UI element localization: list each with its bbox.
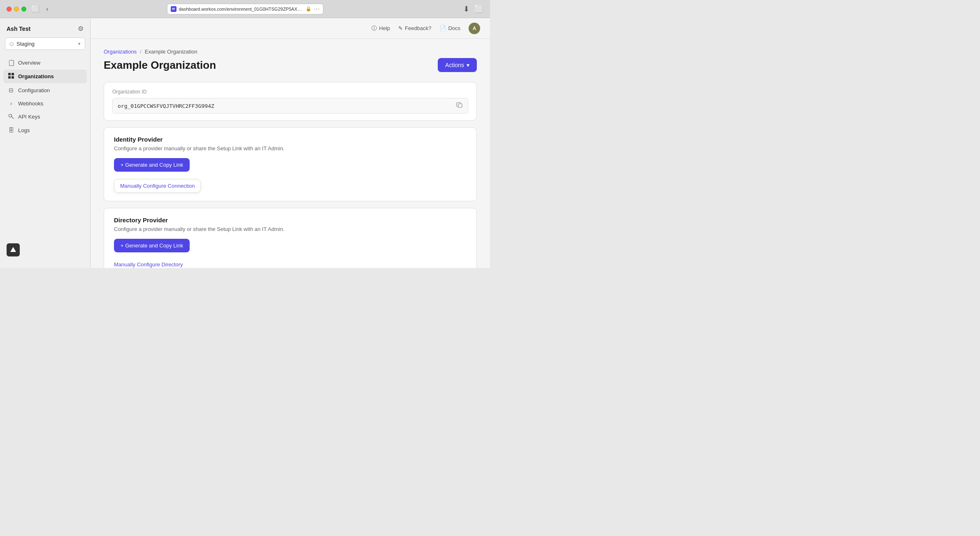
sidebar-item-organizations[interactable]: Organizations xyxy=(3,70,87,83)
identity-provider-btn-group: + Generate and Copy Link Manually Config… xyxy=(114,158,467,193)
help-label: Help xyxy=(379,25,390,31)
directory-provider-btn-group: + Generate and Copy Link Manually Config… xyxy=(114,239,467,268)
more-icon[interactable]: ⋯ xyxy=(314,6,320,12)
page-title: Example Organization xyxy=(104,59,216,72)
lock-icon: 🔒 xyxy=(306,6,311,12)
sidebar-item-logs[interactable]: 🗄 Logs xyxy=(3,124,87,136)
configuration-icon: ⊟ xyxy=(7,87,15,93)
directory-generate-copy-link-button[interactable]: + Generate and Copy Link xyxy=(114,239,190,252)
identity-provider-title: Identity Provider xyxy=(114,136,467,143)
traffic-lights xyxy=(7,7,26,12)
directory-generate-copy-link-label: + Generate and Copy Link xyxy=(121,242,183,249)
sidebar-header: Ash Test ⚙ xyxy=(0,25,90,37)
download-icon[interactable]: ⬇ xyxy=(463,5,469,14)
chevron-down-icon: ▾ xyxy=(78,41,81,47)
feedback-icon: ✎ xyxy=(398,25,403,31)
page-title-row: Example Organization Actions ▾ xyxy=(104,58,477,72)
titlebar: ⬜ ‹ W dashboard.workos.com/environment_0… xyxy=(0,0,490,18)
url-favicon: W xyxy=(171,6,176,12)
svg-rect-0 xyxy=(8,73,11,75)
sidebar-item-api-keys[interactable]: API Keys xyxy=(3,110,87,123)
sidebar: Ash Test ⚙ ◇ Staging ▾ 📋 Overview xyxy=(0,18,91,268)
chevron-down-icon: ▾ xyxy=(467,62,469,68)
generate-copy-link-label: + Generate and Copy Link xyxy=(121,162,183,168)
api-keys-icon xyxy=(7,113,15,120)
main-content: ⓘ Help ✎ Feedback? 📄 Docs A Organization… xyxy=(91,18,490,268)
sidebar-item-configuration[interactable]: ⊟ Configuration xyxy=(3,84,87,96)
svg-rect-3 xyxy=(12,76,14,79)
svg-line-5 xyxy=(12,117,14,119)
sidebar-item-label-webhooks: Webhooks xyxy=(18,100,43,107)
logs-icon: 🗄 xyxy=(7,127,15,133)
org-id-label: Organization ID xyxy=(112,89,468,95)
sidebar-item-label-organizations: Organizations xyxy=(18,73,54,79)
workos-logo[interactable] xyxy=(7,243,20,256)
page-content: Organizations / Example Organization Exa… xyxy=(91,39,490,268)
directory-provider-title: Directory Provider xyxy=(114,217,467,224)
feedback-link[interactable]: ✎ Feedback? xyxy=(398,25,431,31)
sidebar-item-overview[interactable]: 📋 Overview xyxy=(3,56,87,69)
sidebar-bottom xyxy=(0,238,90,261)
webhooks-icon: › xyxy=(7,100,15,107)
sidebar-nav: 📋 Overview Organizations ⊟ Configuration xyxy=(0,56,90,136)
env-label: Staging xyxy=(16,41,35,47)
feedback-label: Feedback? xyxy=(405,25,431,31)
sidebar-item-label-logs: Logs xyxy=(18,127,30,133)
org-id-value: org_01GPCCWSFVQJTVHRC2FF3G994Z xyxy=(118,103,214,109)
sidebar-toggle-button[interactable]: ⬜ xyxy=(30,4,41,14)
fullscreen-button[interactable] xyxy=(21,7,26,12)
breadcrumb-current: Example Organization xyxy=(145,49,197,55)
breadcrumb: Organizations / Example Organization xyxy=(104,49,477,55)
user-avatar[interactable]: A xyxy=(469,23,480,34)
sidebar-item-webhooks[interactable]: › Webhooks xyxy=(3,97,87,110)
env-icon: ◇ xyxy=(9,40,14,47)
manually-configure-directory-label: Manually Configure Directory xyxy=(114,261,183,268)
organizations-icon xyxy=(7,72,15,80)
directory-provider-desc: Configure a provider manually or share t… xyxy=(114,226,467,232)
app-name: Ash Test xyxy=(7,26,30,32)
actions-button[interactable]: Actions ▾ xyxy=(438,58,477,72)
help-icon: ⓘ xyxy=(372,25,377,32)
directory-provider-card: Directory Provider Configure a provider … xyxy=(104,208,477,268)
sidebar-item-label-configuration: Configuration xyxy=(18,87,50,93)
docs-icon: 📄 xyxy=(439,25,446,31)
identity-generate-copy-link-button[interactable]: + Generate and Copy Link xyxy=(114,158,190,172)
breadcrumb-separator: / xyxy=(140,49,142,55)
org-id-row: org_01GPCCWSFVQJTVHRC2FF3G994Z xyxy=(112,98,468,114)
top-bar: ⓘ Help ✎ Feedback? 📄 Docs A xyxy=(91,18,490,39)
manually-configure-connection-button[interactable]: Manually Configure Connection xyxy=(114,179,201,193)
url-bar[interactable]: W dashboard.workos.com/environment_01G0H… xyxy=(167,4,323,14)
docs-link[interactable]: 📄 Docs xyxy=(439,25,460,31)
svg-rect-2 xyxy=(8,76,11,79)
titlebar-right-actions: ⬇ ⬜ xyxy=(463,5,483,14)
overview-icon: 📋 xyxy=(7,59,15,66)
back-button[interactable]: ‹ xyxy=(44,5,50,14)
breadcrumb-parent-link[interactable]: Organizations xyxy=(104,49,137,55)
manually-configure-directory-button[interactable]: Manually Configure Directory xyxy=(114,261,183,268)
sidebar-item-label-api-keys: API Keys xyxy=(18,114,40,120)
svg-rect-6 xyxy=(458,104,462,107)
copy-org-id-button[interactable] xyxy=(456,102,463,110)
actions-label: Actions xyxy=(445,62,464,68)
sidebar-item-label-overview: Overview xyxy=(18,60,40,66)
docs-label: Docs xyxy=(448,25,460,31)
url-text: dashboard.workos.com/environment_01G0HTS… xyxy=(179,7,303,12)
help-link[interactable]: ⓘ Help xyxy=(372,25,390,32)
svg-rect-1 xyxy=(12,73,14,75)
close-button[interactable] xyxy=(7,7,12,12)
gear-icon[interactable]: ⚙ xyxy=(78,25,84,33)
env-selector[interactable]: ◇ Staging ▾ xyxy=(5,37,85,50)
manually-configure-connection-label: Manually Configure Connection xyxy=(120,183,195,189)
tabs-icon[interactable]: ⬜ xyxy=(474,5,483,14)
app-body: Ash Test ⚙ ◇ Staging ▾ 📋 Overview xyxy=(0,18,490,268)
identity-provider-card: Identity Provider Configure a provider m… xyxy=(104,127,477,201)
identity-provider-desc: Configure a provider manually or share t… xyxy=(114,145,467,151)
org-id-card: Organization ID org_01GPCCWSFVQJTVHRC2FF… xyxy=(104,82,477,121)
minimize-button[interactable] xyxy=(14,7,19,12)
svg-point-4 xyxy=(9,114,12,117)
